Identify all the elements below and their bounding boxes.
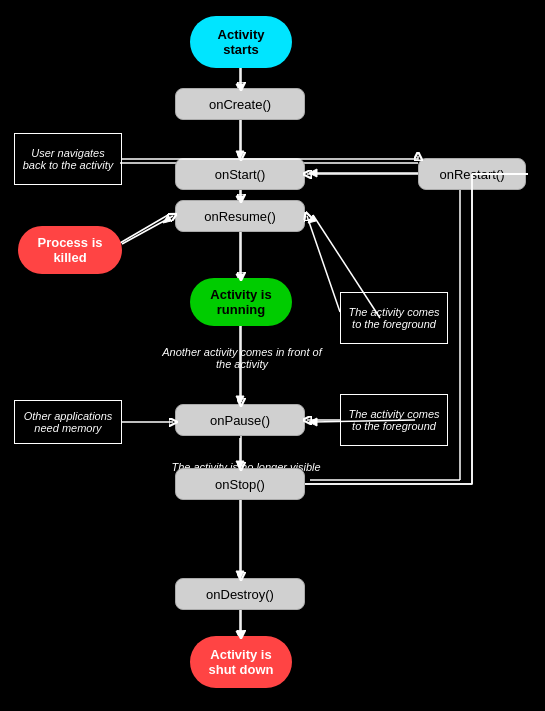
on-create-node: onCreate() xyxy=(175,88,305,120)
another-activity-label: Another activity comes in front of the a… xyxy=(162,340,322,376)
other-apps-node: Other applications need memory xyxy=(14,400,122,444)
user-navigates-node: User navigates back to the activity xyxy=(14,133,122,185)
process-killed-node: Process is killed xyxy=(18,226,122,274)
svg-marker-26 xyxy=(163,215,171,223)
svg-marker-17 xyxy=(309,169,317,177)
svg-marker-22 xyxy=(308,215,316,223)
svg-line-25 xyxy=(120,215,168,243)
on-resume-node: onResume() xyxy=(175,200,305,232)
on-start-node: onStart() xyxy=(175,158,305,190)
on-restart-node: onRestart() xyxy=(418,158,526,190)
svg-line-43 xyxy=(307,216,340,312)
activity-starts-node: Activity starts xyxy=(190,16,292,68)
activity-running-node: Activity is running xyxy=(190,278,292,326)
on-destroy-node: onDestroy() xyxy=(175,578,305,610)
comes-foreground-2-node: The activity comes to the foreground xyxy=(340,394,448,446)
on-stop-node: onStop() xyxy=(175,468,305,500)
svg-line-42 xyxy=(122,216,173,244)
on-pause-node: onPause() xyxy=(175,404,305,436)
svg-marker-9 xyxy=(236,396,244,404)
comes-foreground-1-node: The activity comes to the foreground xyxy=(340,292,448,344)
activity-shutdown-node: Activity is shut down xyxy=(190,636,292,688)
svg-marker-24 xyxy=(309,418,317,426)
